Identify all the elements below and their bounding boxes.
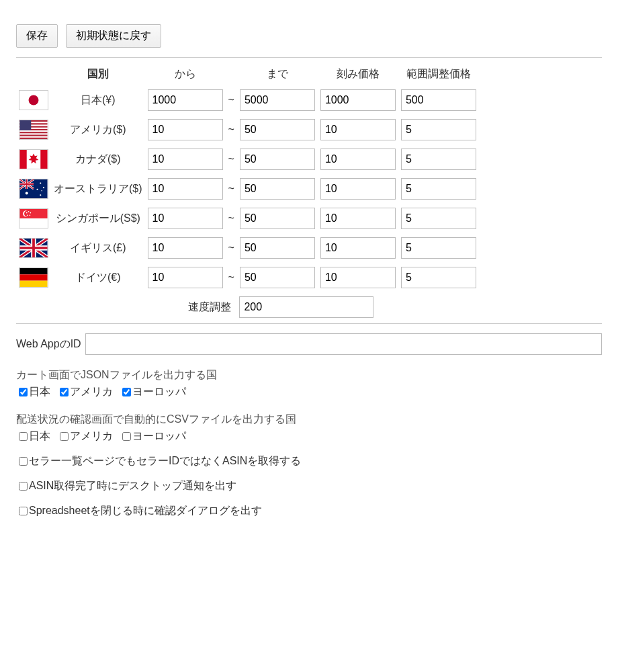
from-input[interactable] (148, 267, 223, 288)
option-checkbox[interactable] (19, 507, 28, 515)
step-input[interactable] (320, 208, 396, 229)
table-row: イギリス(£)~ (16, 233, 479, 263)
to-input[interactable] (240, 149, 315, 170)
json-country-checkbox[interactable] (19, 388, 28, 396)
speed-input[interactable] (239, 296, 373, 318)
save-button[interactable]: 保存 (16, 24, 58, 48)
range-tilde: ~ (226, 174, 237, 204)
json-output-title: カート画面でJSONファイルを出力する国 (16, 368, 602, 382)
to-input[interactable] (240, 208, 315, 229)
speed-label: 速度調整 (188, 301, 231, 312)
from-input[interactable] (148, 89, 223, 111)
from-input[interactable] (148, 237, 223, 259)
table-row: シンガポール(S$)~ (16, 204, 479, 233)
table-row: オーストラリア($)~ (16, 174, 479, 204)
json-country-checkbox[interactable] (60, 388, 69, 396)
range-tilde: ~ (226, 204, 237, 233)
range-input[interactable] (401, 89, 476, 111)
range-input[interactable] (401, 149, 476, 170)
option-line: ASIN取得完了時にデスクトップ通知を出す (16, 479, 602, 493)
csv-country-checkbox[interactable] (19, 432, 28, 441)
step-input[interactable] (320, 119, 396, 140)
us-flag-icon (19, 120, 48, 140)
option-line: Spreadsheetを閉じる時に確認ダイアログを出す (16, 504, 602, 518)
json-country-item: 日本 (16, 385, 50, 399)
csv-country-label: ヨーロッパ (132, 429, 186, 444)
step-input[interactable] (320, 237, 396, 259)
webapp-id-input[interactable] (85, 333, 602, 355)
range-tilde: ~ (226, 144, 237, 174)
range-input[interactable] (401, 119, 476, 140)
option-label: セラー一覧ページでもセラーIDではなくASINを取得する (29, 454, 301, 468)
range-tilde: ~ (226, 115, 237, 144)
json-country-label: アメリカ (70, 385, 113, 399)
csv-country-label: アメリカ (70, 429, 113, 444)
csv-country-checkbox[interactable] (122, 432, 131, 441)
range-tilde: ~ (226, 233, 237, 263)
country-name: カナダ($) (51, 144, 145, 174)
step-input[interactable] (320, 267, 396, 288)
to-input[interactable] (240, 237, 315, 259)
step-input[interactable] (320, 178, 396, 200)
option-label: Spreadsheetを閉じる時に確認ダイアログを出す (29, 504, 262, 518)
json-country-label: ヨーロッパ (132, 385, 186, 399)
option-checkbox[interactable] (19, 457, 28, 466)
de-flag-icon (19, 267, 48, 288)
header-range: 範囲調整価格 (398, 63, 479, 85)
ca-flag-icon (19, 149, 48, 169)
option-checkbox[interactable] (19, 482, 28, 491)
csv-country-label: 日本 (29, 429, 50, 444)
range-input[interactable] (401, 237, 476, 259)
header-from: から (145, 63, 226, 85)
sg-flag-icon (19, 208, 48, 228)
csv-country-item: ヨーロッパ (120, 429, 186, 444)
to-input[interactable] (240, 119, 315, 140)
to-input[interactable] (240, 267, 315, 288)
header-to: まで (237, 63, 318, 85)
table-row: ドイツ(€)~ (16, 263, 479, 292)
uk-flag-icon (19, 238, 48, 258)
range-input[interactable] (401, 208, 476, 229)
header-country: 国別 (51, 63, 145, 85)
country-name: ドイツ(€) (51, 263, 145, 292)
json-country-item: アメリカ (57, 385, 113, 399)
webapp-id-label: Web AppのID (16, 337, 81, 351)
to-input[interactable] (240, 89, 315, 111)
country-table: 国別 から まで 刻み価格 範囲調整価格 日本(¥)~アメリカ($)~カナダ($… (16, 63, 479, 292)
range-input[interactable] (401, 178, 476, 200)
step-input[interactable] (320, 149, 396, 170)
jp-flag-icon (19, 90, 48, 110)
from-input[interactable] (148, 208, 223, 229)
range-tilde: ~ (226, 85, 237, 115)
from-input[interactable] (148, 178, 223, 200)
table-row: 日本(¥)~ (16, 85, 479, 115)
country-name: シンガポール(S$) (51, 204, 145, 233)
table-row: カナダ($)~ (16, 144, 479, 174)
to-input[interactable] (240, 178, 315, 200)
step-input[interactable] (320, 89, 396, 111)
divider (16, 323, 602, 324)
json-country-label: 日本 (29, 385, 50, 399)
au-flag-icon (19, 179, 48, 199)
from-input[interactable] (148, 149, 223, 170)
reset-button[interactable]: 初期状態に戻す (66, 24, 161, 48)
json-country-item: ヨーロッパ (120, 385, 186, 399)
option-label: ASIN取得完了時にデスクトップ通知を出す (29, 479, 236, 493)
country-name: オーストラリア($) (51, 174, 145, 204)
csv-country-checkbox[interactable] (60, 432, 69, 441)
csv-country-item: アメリカ (57, 429, 113, 444)
country-name: 日本(¥) (51, 85, 145, 115)
header-step: 刻み価格 (318, 63, 398, 85)
range-input[interactable] (401, 267, 476, 288)
csv-output-title: 配送状況の確認画面で自動的にCSVファイルを出力する国 (16, 413, 602, 427)
country-name: イギリス(£) (51, 233, 145, 263)
range-tilde: ~ (226, 263, 237, 292)
country-name: アメリカ($) (51, 115, 145, 144)
divider (16, 57, 602, 58)
option-line: セラー一覧ページでもセラーIDではなくASINを取得する (16, 454, 602, 468)
json-country-checkbox[interactable] (122, 388, 131, 396)
table-row: アメリカ($)~ (16, 115, 479, 144)
from-input[interactable] (148, 119, 223, 140)
csv-country-item: 日本 (16, 429, 50, 444)
